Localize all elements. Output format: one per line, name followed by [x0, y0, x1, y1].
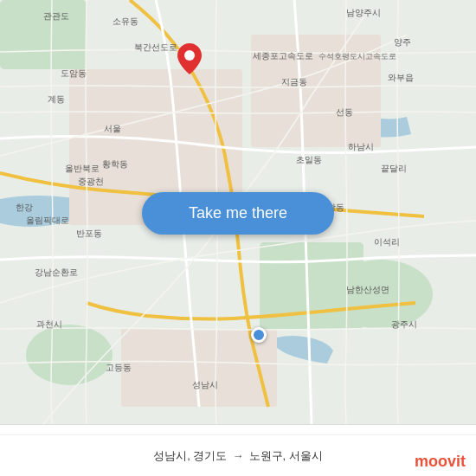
svg-text:성남시: 성남시 [192, 380, 218, 389]
route-arrow: → [233, 449, 244, 462]
svg-text:올반북로: 올반북로 [65, 164, 100, 173]
take-me-there-button[interactable]: Take me there [142, 192, 334, 235]
svg-text:세종포고속도로: 세종포고속도로 [253, 51, 313, 61]
svg-text:광주시: 광주시 [391, 319, 417, 329]
route-to-label: 노원구, 서울시 [249, 448, 323, 464]
svg-text:지금동: 지금동 [281, 77, 307, 87]
svg-text:하남시: 하남시 [348, 142, 374, 151]
svg-text:강남순환로: 강남순환로 [35, 267, 78, 277]
svg-text:서울: 서울 [104, 124, 121, 133]
svg-text:북간선도로: 북간선도로 [134, 42, 177, 52]
svg-point-38 [184, 50, 195, 61]
route-from-label: 성남시, 경기도 [153, 448, 227, 464]
svg-text:중광천: 중광천 [78, 177, 104, 186]
svg-text:관관도: 관관도 [43, 11, 69, 21]
svg-text:한강: 한강 [16, 203, 33, 212]
svg-text:초일동: 초일동 [296, 155, 322, 164]
svg-text:양주: 양주 [394, 37, 411, 47]
svg-text:남양주시: 남양주시 [346, 8, 381, 17]
moovit-logo-fixed: moovit [415, 453, 466, 470]
destination-pin [177, 43, 202, 74]
svg-text:남한산성면: 남한산성면 [346, 285, 389, 294]
svg-point-3 [329, 260, 433, 329]
svg-text:소유동: 소유동 [113, 16, 138, 26]
svg-text:선동: 선동 [336, 107, 353, 117]
svg-text:계동: 계동 [48, 94, 65, 104]
svg-text:수석호평도시고속도로: 수석호평도시고속도로 [318, 52, 396, 61]
svg-text:황학동: 황학동 [102, 159, 128, 169]
map-container: 관관도 남양주시 소유동 양주 도암동 서울 계동 황학동 중광천 한강 반포동… [0, 0, 476, 424]
svg-text:도암동: 도암동 [61, 68, 87, 78]
current-location-dot [251, 327, 267, 343]
svg-point-4 [26, 325, 113, 385]
svg-rect-1 [0, 0, 87, 69]
svg-text:고등동: 고등동 [106, 363, 132, 372]
svg-text:올림픽대로: 올림픽대로 [26, 215, 69, 225]
svg-text:와부읍: 와부읍 [388, 73, 414, 82]
svg-text:끝달리: 끝달리 [381, 164, 407, 173]
svg-text:반포동: 반포동 [76, 228, 102, 238]
svg-text:과천시: 과천시 [36, 319, 62, 329]
svg-text:이석리: 이석리 [374, 237, 400, 247]
